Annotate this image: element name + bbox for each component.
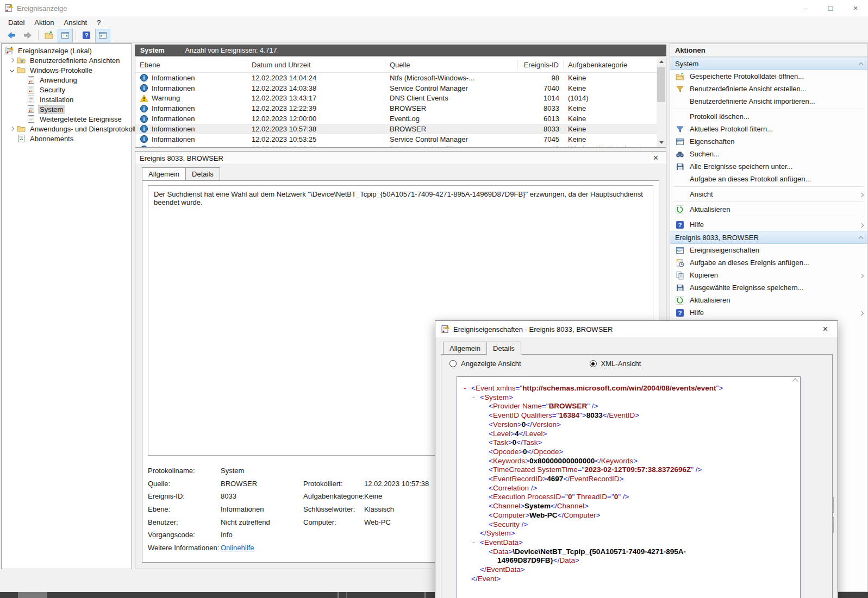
collapse-chevron-icon[interactable]	[859, 60, 863, 68]
menu-datei[interactable]: Datei	[3, 17, 29, 28]
event-source: Windows Update Client	[385, 145, 518, 148]
tree-item-installation[interactable]: Installation	[2, 95, 132, 104]
action-aktualisieren[interactable]: Aktualisieren	[670, 294, 867, 306]
close-button[interactable]: ×	[843, 0, 868, 16]
action-pane-button[interactable]	[95, 29, 110, 42]
collapse-minus-icon[interactable]: -	[464, 384, 466, 393]
back-arrow-button[interactable]	[4, 29, 19, 42]
menu-ansicht[interactable]: Ansicht	[59, 17, 92, 28]
tree-item-anwendung[interactable]: Anwendung	[2, 75, 132, 85]
online-help-link[interactable]: Onlinehilfe	[221, 544, 303, 552]
chevron-down-icon[interactable]	[7, 68, 17, 72]
dialog-close-icon[interactable]: ×	[813, 321, 838, 337]
action-benutzerdefinierte-ansicht-importieren[interactable]: Benutzerdefinierte Ansicht importieren..…	[670, 95, 867, 108]
xml-line: </EventData>	[463, 565, 789, 575]
tab-details[interactable]: Details	[185, 167, 220, 180]
help-button[interactable]: ?	[79, 29, 94, 42]
xml-scroll-up-icon[interactable]	[791, 379, 799, 383]
collapse-minus-icon[interactable]: -	[472, 393, 475, 402]
event-count: Anzahl von Ereignissen: 4.717	[185, 47, 277, 54]
tree-item-weitergeleitete-ereignisse[interactable]: Weitergeleitete Ereignisse	[2, 114, 132, 124]
field-value: BROWSER	[221, 480, 303, 488]
action-protokoll-löschen[interactable]: Protokoll löschen...	[670, 110, 867, 123]
tree-item-anwendungs-und-dienstprotokolle[interactable]: Anwendungs- und Dienstprotokolle	[2, 124, 132, 134]
field-value: 8033	[221, 492, 303, 500]
collapse-chevron-icon[interactable]	[859, 234, 863, 242]
dialog-tab-details[interactable]: Details	[486, 342, 521, 355]
refresh-icon-cell	[676, 296, 690, 305]
action-aktualisieren[interactable]: Aktualisieren	[670, 203, 867, 216]
tree-item-abonnements[interactable]: Abonnements	[2, 134, 132, 143]
action-section-system[interactable]: System	[670, 57, 867, 70]
event-level: Warnung	[135, 94, 247, 103]
info-icon	[140, 73, 148, 82]
action-section-ereignis-8033-browser[interactable]: Ereignis 8033, BROWSER	[670, 231, 867, 244]
action-benutzerdefinierte-ansicht-erstellen[interactable]: Benutzerdefinierte Ansicht erstellen...	[670, 83, 867, 95]
action-eigenschaften[interactable]: Eigenschaften	[670, 135, 867, 148]
help-icon-cell: ?	[676, 221, 690, 229]
action-hilfe[interactable]: ?Hilfe	[670, 306, 867, 319]
column-header-quelle[interactable]: Quelle	[385, 60, 518, 70]
action-aufgabe-an-dieses-protokoll-anfügen[interactable]: Aufgabe an dieses Protokoll anfügen...	[670, 173, 867, 185]
column-header-ereignis-id[interactable]: Ereignis-ID	[518, 60, 564, 70]
event-datetime: 12.02.2023 10:57:38	[247, 125, 385, 133]
tree-item-benutzerdefinierte-ansichten[interactable]: Benutzerdefinierte Ansichten	[2, 55, 132, 65]
event-row[interactable]: Informationen12.02.2023 10:57:38BROWSER8…	[135, 124, 666, 134]
tree-item-system[interactable]: System	[2, 104, 132, 114]
column-header-datum[interactable]: Datum und Uhrzeit	[247, 60, 385, 70]
scrollbar-thumb[interactable]	[657, 67, 665, 102]
radio-angezeigte-ansicht[interactable]	[449, 360, 457, 367]
maximize-button[interactable]: □	[818, 0, 843, 16]
event-row[interactable]: Warnung12.02.2023 13:43:17DNS Client Eve…	[135, 93, 666, 104]
collapse-minus-icon[interactable]: -	[472, 538, 475, 547]
tree-item-windows-protokolle[interactable]: Windows-Protokolle	[2, 65, 132, 75]
console-tree-button[interactable]	[58, 29, 73, 42]
tree-item-ereignisanzeige-lokal[interactable]: !Ereignisanzeige (Lokal)	[2, 46, 132, 55]
radio-label-angezeigte-ansicht[interactable]: Angezeigte Ansicht	[461, 360, 521, 368]
scroll-up-icon[interactable]	[657, 57, 666, 66]
action-ausgewählte-ereignisse-speichern[interactable]: Ausgewählte Ereignisse speichern...	[670, 281, 867, 294]
copy-icon-cell	[676, 271, 690, 280]
field-label: Quelle:	[148, 480, 221, 488]
menu-aktion[interactable]: Aktion	[29, 17, 59, 28]
tab-allgemein[interactable]: Allgemein	[142, 167, 186, 180]
action-hilfe[interactable]: ?Hilfe	[670, 218, 867, 231]
dialog-tab-allgemein[interactable]: Allgemein	[443, 342, 487, 355]
detail-close-icon[interactable]: ×	[650, 154, 661, 162]
event-id: 8033	[518, 104, 564, 112]
table-scrollbar[interactable]	[657, 57, 666, 147]
action-aktuelles-protokoll-filtern[interactable]: Aktuelles Protokoll filtern...	[670, 123, 867, 135]
menu-hilfe[interactable]: ?	[92, 17, 105, 28]
radio-label-xml-ansicht[interactable]: XML-Ansicht	[601, 360, 641, 368]
scroll-down-icon[interactable]	[657, 138, 666, 147]
event-row[interactable]: Informationen12.02.2023 10:43:48Windows …	[135, 144, 666, 148]
minimize-button[interactable]: –	[793, 0, 818, 16]
forward-arrow-button[interactable]	[20, 29, 35, 42]
submenu-arrow-icon	[860, 221, 863, 229]
event-row[interactable]: Informationen12.02.2023 12:00:00EventLog…	[135, 114, 666, 124]
xml-view[interactable]: -<Event xmlns="http://schemas.microsoft.…	[457, 376, 801, 598]
action-kopieren[interactable]: Kopieren	[670, 269, 867, 281]
event-row[interactable]: Informationen12.02.2023 10:53:25Service …	[135, 134, 666, 144]
event-row[interactable]: Informationen12.02.2023 14:03:38Service …	[135, 83, 666, 93]
chevron-right-icon[interactable]	[7, 127, 17, 130]
action-label: Ereigniseigenschaften	[690, 246, 759, 254]
export-folder-button[interactable]	[41, 29, 57, 42]
event-row[interactable]: Informationen12.02.2023 12:22:39BROWSER8…	[135, 103, 666, 114]
chevron-right-icon[interactable]	[7, 59, 17, 62]
column-header-aufgabenkategorie[interactable]: Aufgabenkategorie	[564, 60, 666, 70]
column-header-ebene[interactable]: Ebene	[135, 60, 247, 70]
radio-xml-ansicht[interactable]	[590, 360, 597, 367]
action-gespeicherte-protokolldatei-öffnen[interactable]: Gespeicherte Protokolldatei öffnen...	[670, 70, 867, 83]
action-suchen[interactable]: Suchen...	[670, 148, 867, 160]
event-category: Keine	[564, 115, 666, 123]
event-id: 19	[518, 145, 564, 148]
tree-item-security[interactable]: Security	[2, 85, 132, 95]
action-alle-ereignisse-speichern-unter[interactable]: Alle Ereignisse speichern unter...	[670, 160, 867, 173]
action-ereigniseigenschaften[interactable]: Ereigniseigenschaften	[670, 244, 867, 256]
event-datetime: 12.02.2023 14:03:38	[247, 84, 385, 92]
log-name: System	[140, 47, 164, 54]
action-ansicht[interactable]: Ansicht	[670, 188, 867, 200]
action-aufgabe-an-dieses-ereignis-anfügen[interactable]: Aufgabe an dieses Ereignis anfügen...	[670, 256, 867, 269]
event-row[interactable]: Informationen12.02.2023 14:04:24Ntfs (Mi…	[135, 73, 666, 83]
